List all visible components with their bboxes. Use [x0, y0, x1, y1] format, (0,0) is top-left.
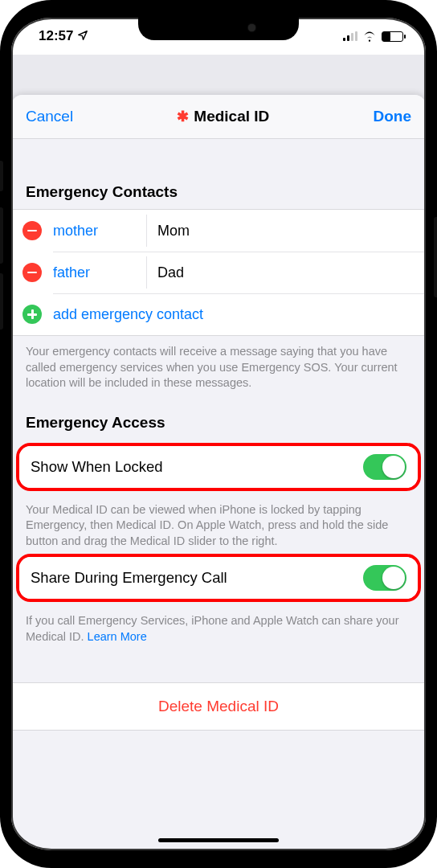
emergency-contacts-title: Emergency Contacts: [11, 162, 426, 209]
contact-name: Dad: [146, 264, 184, 281]
show-locked-footer: Your Medical ID can be viewed when iPhon…: [11, 494, 426, 551]
show-when-locked-row: Show When Locked: [19, 446, 418, 488]
show-when-locked-toggle[interactable]: [363, 454, 406, 480]
location-icon: [77, 30, 88, 43]
add-contact-label: add emergency contact: [53, 306, 203, 323]
contact-row[interactable]: mother Mom: [11, 210, 426, 252]
status-time: 12:57: [39, 28, 73, 44]
battery-icon: [382, 31, 403, 42]
highlight-annotation: Share During Emergency Call: [16, 554, 421, 602]
medical-id-modal: Cancel ✱ Medical ID Done Emergency Conta…: [11, 95, 426, 850]
show-when-locked-label: Show When Locked: [31, 458, 163, 476]
contact-relation[interactable]: mother: [53, 223, 146, 240]
learn-more-link[interactable]: Learn More: [88, 630, 147, 643]
emergency-contacts-list: mother Mom father Dad add emergency cont…: [11, 209, 426, 336]
share-during-call-label: Share During Emergency Call: [31, 569, 227, 587]
medical-id-icon: ✱: [177, 109, 189, 124]
cancel-button[interactable]: Cancel: [26, 108, 73, 125]
remove-contact-icon[interactable]: [22, 263, 42, 282]
remove-contact-icon[interactable]: [22, 221, 42, 240]
delete-medical-id-button[interactable]: Delete Medical ID: [11, 682, 426, 731]
contact-name: Mom: [146, 223, 190, 240]
modal-header: Cancel ✱ Medical ID Done: [11, 95, 426, 138]
add-icon[interactable]: [22, 305, 42, 324]
contacts-footer: Your emergency contacts will receive a m…: [11, 336, 426, 393]
share-call-footer: If you call Emergency Services, iPhone a…: [11, 605, 426, 646]
page-title: ✱ Medical ID: [177, 108, 269, 125]
cellular-icon: [343, 31, 357, 41]
contact-row[interactable]: father Dad: [11, 252, 426, 293]
home-indicator[interactable]: [158, 838, 279, 842]
done-button[interactable]: Done: [373, 108, 411, 125]
wifi-icon: [362, 31, 377, 42]
contact-relation[interactable]: father: [53, 264, 146, 281]
emergency-access-title: Emergency Access: [11, 393, 426, 440]
share-during-call-toggle[interactable]: [363, 565, 406, 591]
share-during-call-row: Share During Emergency Call: [19, 557, 418, 599]
highlight-annotation: Show When Locked: [16, 443, 421, 491]
add-contact-row[interactable]: add emergency contact: [11, 293, 426, 335]
